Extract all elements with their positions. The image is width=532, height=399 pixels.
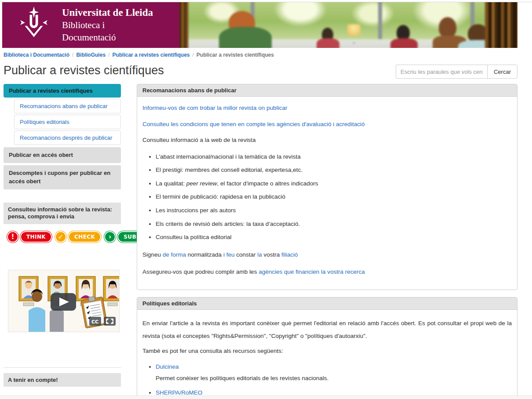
page-title: Publicar a revistes científiques — [4, 64, 164, 77]
text-segment: Assegureu-vos que podreu complir amb les — [142, 268, 259, 275]
link-la[interactable]: la — [257, 251, 262, 258]
check-badge: ✓ CHECK — [55, 231, 101, 243]
sidebar-item-descomptes[interactable]: Descomptes i cupons per publicar en accé… — [4, 165, 121, 189]
think-badge: ! THINK — [7, 231, 52, 243]
breadcrumb-separator: / — [192, 52, 193, 58]
bullet-text: , el factor d'impacte o altres indicador… — [217, 180, 318, 187]
funders-line: Assegureu-vos que podreu complir amb les… — [142, 268, 512, 276]
criteria-list: L'abast internacional/nacional i la temà… — [142, 152, 512, 242]
editorial-paragraph: En enviar l'article a la revista és impo… — [142, 317, 512, 342]
list-item: Dulcinea Permet conèixer les polítiques … — [156, 363, 512, 382]
breadcrumb: Biblioteca i Documentació/BiblioGuies/Pu… — [4, 52, 517, 58]
sign-normalized-line: Signeu de forma normalitzada i feu const… — [142, 250, 512, 259]
banner-brand: Universitat de Lleida Biblioteca i Docum… — [2, 2, 179, 48]
udl-logo — [14, 6, 54, 44]
sidebar-item-publicar-revistes[interactable]: Publicar a revistes científiques — [4, 84, 121, 98]
video-thumbnail[interactable]: CC — [8, 270, 120, 332]
sidebar-item-acces-obert[interactable]: Publicar en accés obert — [4, 147, 121, 163]
sidebar-subitem-politiques-editorials[interactable]: Polítiques editorials — [14, 115, 121, 129]
think-check-submit-badges: ! THINK ✓ CHECK › SUBMIT — [7, 231, 121, 243]
exclamation-icon: ! — [7, 231, 18, 243]
sidebar-divider — [4, 367, 121, 368]
department-name-line2: Documentació — [62, 32, 153, 44]
resources-intro: També es pot fer una consulta als recurs… — [142, 347, 512, 355]
text-segment: constar — [234, 251, 257, 258]
list-item: Les instruccions per als autors — [156, 206, 512, 215]
box-header: Recomanacions abans de publicar — [137, 84, 517, 97]
link-i-feu[interactable]: i feu — [223, 251, 235, 258]
list-item: La qualitat: peer review, el factor d'im… — [156, 179, 512, 188]
sidebar: Publicar a revistes científiques Recoman… — [4, 84, 121, 399]
intro-text: Consulteu informació a la web de la revi… — [142, 136, 512, 145]
box-recomanacions-abans: Recomanacions abans de publicar Informeu… — [137, 84, 517, 290]
link-trobar-millor-revista[interactable]: Informeu-vos de com trobar la millor rev… — [142, 105, 287, 111]
horizontal-scrollbar[interactable] — [0, 395, 532, 399]
link-dulcinea[interactable]: Dulcinea — [156, 363, 179, 370]
list-item: L'abast internacional/nacional i la temà… — [156, 152, 512, 161]
breadcrumb-link-guide[interactable]: Publicar a revistes científiques — [112, 52, 189, 58]
check-label: CHECK — [68, 231, 101, 243]
play-icon[interactable] — [51, 293, 76, 311]
university-name: Universitat de Lleida — [62, 6, 153, 19]
link-filiacio[interactable]: filiació — [281, 251, 298, 258]
breadcrumb-current-page: Publicar a revistes científiques — [197, 52, 274, 58]
breadcrumb-separator: / — [108, 52, 109, 58]
breadcrumb-link-biblioteca[interactable]: Biblioteca i Documentació — [4, 52, 69, 58]
list-item: El prestigi: membres del consell editori… — [156, 166, 512, 174]
box-politiques-editorials: Polítiques editorials En enviar l'articl… — [137, 297, 517, 399]
link-condicions-agencies[interactable]: Consulteu les condicions que tenen en co… — [142, 121, 364, 127]
list-item: El termini de publicació: rapidesa en la… — [156, 192, 512, 201]
chevron-right-icon: › — [104, 231, 116, 243]
department-name-line1: Biblioteca i — [62, 19, 153, 32]
bullet-italic-text: peer review — [186, 180, 217, 187]
text-segment: Signeu — [142, 251, 163, 258]
text-segment: vostra — [262, 251, 281, 258]
sidebar-subitem-recomanacions-abans[interactable]: Recomanacions abans de publicar — [14, 99, 121, 113]
fullscreen-button[interactable] — [104, 317, 116, 326]
box-header: Polítiques editorials — [137, 297, 517, 310]
site-banner: Universitat de Lleida Biblioteca i Docum… — [2, 2, 517, 48]
closed-captions-button[interactable] — [89, 317, 101, 326]
link-agencies-financien[interactable]: agències que financien la vostra recerca — [259, 268, 365, 275]
resource-description: Permet conèixer les polítiques editorial… — [156, 374, 512, 383]
breadcrumb-separator: / — [72, 52, 73, 58]
think-label: THINK — [20, 231, 52, 243]
main-content: Recomanacions abans de publicar Informeu… — [137, 84, 517, 399]
search-input[interactable] — [396, 65, 487, 79]
list-item: Els criteris de revisió dels articles: l… — [156, 220, 512, 229]
search-button[interactable]: Cercar — [487, 65, 517, 79]
list-item: Consulteu la política editorial — [156, 233, 512, 242]
resources-list: Dulcinea Permet conèixer les polítiques … — [142, 363, 512, 399]
header-photo — [179, 2, 517, 48]
text-segment: normalitzada — [186, 251, 223, 258]
guide-search: Cercar — [396, 65, 517, 79]
checkmark-icon: ✓ — [55, 231, 66, 243]
link-de-forma[interactable]: de forma — [163, 251, 186, 258]
note-heading: A tenir en compte! — [4, 373, 121, 387]
journal-info-heading: Consulteu informació sobre la revista: p… — [4, 203, 121, 225]
bullet-text: La qualitat: — [156, 180, 186, 187]
breadcrumb-link-biblioguies[interactable]: BiblioGuies — [76, 52, 106, 58]
sidebar-subitem-recomanacions-despres[interactable]: Recomanacions després de publicar — [14, 131, 121, 145]
